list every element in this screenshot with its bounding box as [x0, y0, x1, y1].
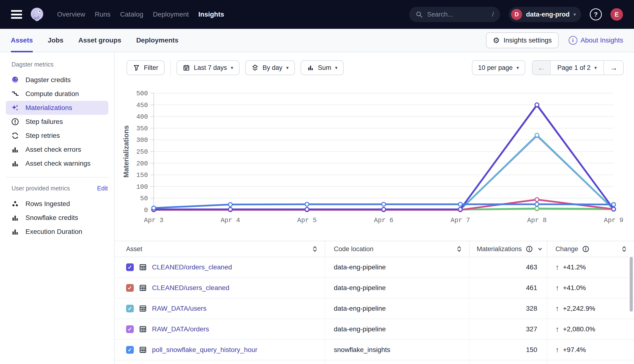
series-line — [154, 135, 614, 210]
sidebar-item-compute-duration[interactable]: Compute duration — [6, 87, 108, 101]
nav-item-insights[interactable]: Insights — [198, 10, 224, 18]
dots-icon — [11, 200, 19, 208]
sidebar-item-asset-check-warnings[interactable]: Asset check warnings — [6, 156, 108, 170]
bar-chart-icon — [11, 228, 19, 236]
y-tick-label: 100 — [136, 184, 148, 191]
chevron-down-icon: ▾ — [286, 65, 289, 70]
table-header: AssetCode locationMaterializationsChange — [114, 241, 634, 257]
deployment-switcher[interactable]: D data-eng-prod ▾ — [509, 7, 581, 22]
column-header-change[interactable]: Change — [547, 241, 634, 257]
sort-updown-icon[interactable] — [620, 246, 634, 252]
asset-link[interactable]: RAW_DATA/orders — [152, 325, 209, 333]
asset-link[interactable]: CLEANED/users_cleaned — [152, 284, 229, 292]
tab-jobs[interactable]: Jobs — [48, 29, 64, 52]
y-tick-label: 350 — [136, 125, 148, 132]
series-line — [154, 136, 614, 210]
sidebar-group-title: Dagster metrics — [12, 61, 54, 68]
arrow-up-icon: ↑ — [556, 305, 559, 312]
data-point-marker — [382, 202, 386, 206]
asset-link[interactable]: CLEANED/orders_cleaned — [152, 264, 232, 271]
sidebar-item-asset-check-errors[interactable]: Asset check errors — [6, 142, 108, 156]
sidebar-item-step-retries[interactable]: Step retries — [6, 129, 108, 142]
per-page-button[interactable]: 10 per page ▾ — [472, 60, 525, 75]
x-tick-label: Apr 3 — [144, 217, 163, 224]
sidebar-item-snowflake-credits[interactable]: Snowflake credits — [6, 211, 108, 225]
hamburger-menu-icon[interactable] — [11, 10, 22, 19]
sidebar-item-step-failures[interactable]: Step failures — [6, 115, 108, 129]
table-grid-icon — [139, 325, 147, 333]
edit-metrics-link[interactable]: Edit — [97, 185, 108, 192]
date-range-button[interactable]: Last 7 days ▾ — [176, 60, 240, 75]
next-page-button[interactable]: → — [604, 61, 623, 75]
asset-link[interactable]: poll_snowflake_query_history_hour — [152, 346, 258, 354]
sort-updown-icon[interactable] — [311, 246, 325, 252]
info-icon[interactable] — [526, 246, 533, 252]
materializations-cell: 461 — [469, 278, 547, 298]
sort-updown-icon[interactable] — [456, 246, 469, 252]
nav-item-overview[interactable]: Overview — [57, 10, 85, 18]
nav-item-deployment[interactable]: Deployment — [153, 10, 189, 18]
asset-link[interactable]: RAW_DATA/users — [152, 305, 206, 312]
insights-settings-button[interactable]: ⚙ Insights settings — [486, 32, 558, 48]
table-grid-icon — [139, 264, 147, 271]
group-by-button[interactable]: By day ▾ — [245, 60, 295, 75]
dagster-logo-icon[interactable] — [29, 7, 45, 22]
series-checkbox[interactable]: ✓ — [126, 325, 134, 333]
column-header-code-location[interactable]: Code location — [325, 241, 469, 257]
data-point-marker — [152, 206, 156, 210]
sidebar-item-execution-duration[interactable]: Execution Duration — [6, 225, 108, 239]
y-tick-label: 400 — [136, 113, 148, 120]
search-input[interactable]: Search... / — [409, 7, 500, 22]
sidebar-item-rows-ingested[interactable]: Rows Ingested — [6, 197, 108, 211]
about-insights-link[interactable]: i About Insights — [569, 36, 623, 45]
table-scrollbar[interactable] — [630, 257, 633, 312]
sort-desc-chevron-icon[interactable] — [537, 246, 544, 252]
x-tick-label: Apr 9 — [604, 217, 623, 224]
table-grid-icon — [139, 284, 147, 292]
bar-chart-icon — [11, 214, 19, 222]
arrow-up-icon: ↑ — [556, 326, 559, 333]
code-location-cell: data-eng-pipeline — [325, 319, 469, 339]
sidebar-item-materializations[interactable]: Materializations — [6, 101, 108, 115]
y-axis-title: Materializations — [122, 125, 130, 178]
tab-assets[interactable]: Assets — [11, 29, 33, 52]
deployment-name: data-eng-prod — [526, 11, 570, 18]
series-checkbox[interactable]: ✓ — [126, 264, 134, 271]
series-checkbox[interactable]: ✓ — [126, 305, 134, 312]
data-point-marker — [535, 206, 539, 210]
insights-tabbar: AssetsJobsAsset groupsDeployments ⚙ Insi… — [0, 29, 634, 52]
prev-page-button[interactable]: ← — [532, 61, 551, 75]
search-icon — [416, 11, 423, 18]
info-icon[interactable] — [582, 246, 589, 252]
aggregation-button[interactable]: Sum ▾ — [301, 60, 344, 75]
column-header-materializations[interactable]: Materializations — [469, 241, 547, 257]
table-row: ✓CLEANED/locations_cleaneddata-eng-pipel… — [114, 360, 634, 364]
duration-icon — [11, 90, 19, 98]
nav-item-runs[interactable]: Runs — [95, 10, 110, 18]
data-point-marker — [228, 208, 232, 211]
top-navbar: OverviewRunsCatalogDeploymentInsights Se… — [0, 0, 634, 29]
data-point-marker — [382, 208, 386, 211]
data-point-marker — [535, 198, 539, 202]
data-point-marker — [228, 203, 232, 206]
x-tick-label: Apr 7 — [450, 217, 470, 224]
chevron-down-icon: ▾ — [516, 65, 519, 70]
code-location-cell: data-eng-pipeline — [325, 257, 469, 277]
series-checkbox[interactable]: ✓ — [126, 284, 134, 292]
code-location-cell: data-eng-pipeline — [325, 298, 469, 318]
help-icon[interactable]: ? — [590, 8, 602, 20]
column-header-asset[interactable]: Asset — [114, 241, 325, 257]
sidebar-item-dagster-credits[interactable]: Dagster credits — [6, 73, 108, 87]
nav-item-catalog[interactable]: Catalog — [120, 10, 143, 18]
filter-button[interactable]: Filter — [126, 60, 164, 75]
chevron-down-icon: ▾ — [335, 65, 338, 70]
series-checkbox[interactable]: ✓ — [126, 346, 134, 354]
user-avatar[interactable]: E — [610, 8, 623, 21]
chart-toolbar: Filter Last 7 days ▾ By day ▾ Sum ▾ 10 p… — [114, 60, 634, 76]
data-point-marker — [535, 103, 539, 107]
layers-icon — [252, 64, 259, 71]
table-row: ✓poll_snowflake_query_history_hoursnowfl… — [114, 340, 634, 360]
tab-deployments[interactable]: Deployments — [136, 29, 178, 52]
tab-asset-groups[interactable]: Asset groups — [78, 29, 121, 52]
page-select[interactable]: Page 1 of 2 ▾ — [551, 61, 604, 75]
